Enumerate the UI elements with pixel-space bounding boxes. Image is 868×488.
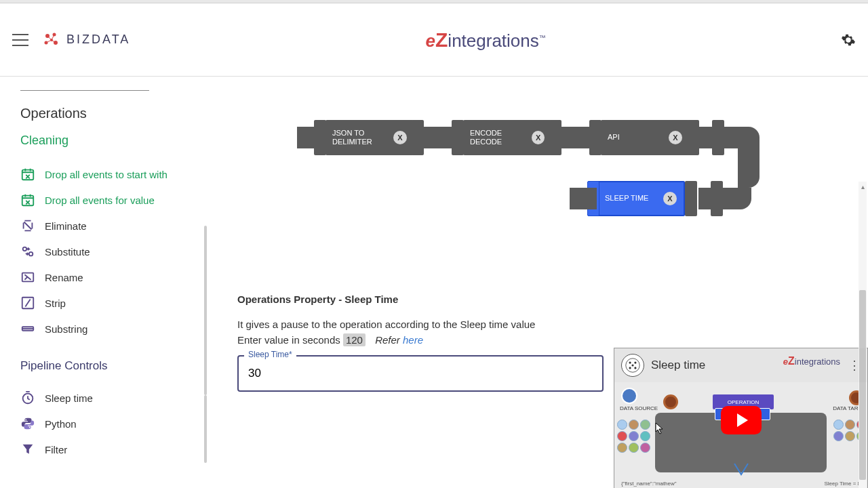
sidebar-item-substitute[interactable]: Substitute [20,239,210,264]
svg-line-5 [47,36,52,40]
svg-point-12 [29,252,33,256]
panel-title: Operations Property - Sleep Time [237,293,841,305]
sidebar-item-substring[interactable]: Substring [20,316,210,342]
panel-description: It gives a pause to the operation accord… [237,319,841,330]
svg-point-19 [634,362,636,364]
strip-icon [20,296,35,310]
svg-point-21 [634,367,636,369]
close-icon[interactable]: X [393,131,407,144]
sidebar-item-drop-start[interactable]: Drop all events to start with [20,161,210,187]
svg-point-11 [23,247,27,251]
search-underline [20,90,149,91]
op-api[interactable]: API X [601,120,689,155]
substring-icon [20,321,35,336]
app-header: BIZDATA eZintegrations™ [0,3,868,77]
rename-icon [20,270,35,285]
sleep-time-input[interactable] [237,355,604,392]
pipeline-canvas: JSON TO DELIMITER X ENCODE DECODE X API … [210,117,868,280]
eliminate-icon [20,218,35,233]
svg-point-22 [631,364,633,366]
refer-link[interactable]: here [403,334,423,346]
panel-subtext: Enter value in seconds 120 Refer here [237,334,841,346]
gear-icon[interactable] [841,33,856,47]
svg-rect-10 [22,196,34,206]
menu-icon[interactable] [12,32,28,48]
kebab-menu-icon[interactable]: ⋮ [848,358,861,373]
scrollbar-thumb[interactable] [859,290,866,480]
substitute-icon [20,244,35,259]
svg-rect-9 [22,170,34,180]
operations-sidebar: Operations Cleaning Drop all events to s… [0,77,210,488]
python-icon [20,416,35,431]
calendar-x-icon [20,192,35,207]
product-logo: eZintegrations™ [130,28,841,52]
sidebar-item-filter[interactable]: Filter [20,436,210,462]
sidebar-item-drop-value[interactable]: Drop all events for value [20,187,210,213]
operations-heading: Operations [20,106,210,121]
pipeline-controls-heading: Pipeline Controls [20,359,210,373]
vertical-scrollbar[interactable]: ▴ [859,182,867,488]
calendar-x-icon [20,167,35,182]
op-encode-decode[interactable]: ENCODE DECODE X [463,120,551,155]
filter-icon [20,442,35,457]
sleep-time-label: Sleep Time* [244,350,296,359]
help-video-embed[interactable]: eZintegrations DATA SOURCE DATA TARGE OP… [614,348,868,488]
sidebar-item-eliminate[interactable]: Eliminate [20,213,210,239]
close-icon[interactable]: X [663,192,677,205]
brand-logo[interactable]: BIZDATA [42,30,130,49]
video-title: Sleep time [651,359,848,372]
sidebar-item-strip[interactable]: Strip [20,290,210,316]
play-button[interactable] [721,406,762,434]
op-sleep-time[interactable]: SLEEP TIME X [597,181,685,216]
play-icon [737,413,748,427]
svg-point-20 [629,367,631,369]
sidebar-item-rename[interactable]: Rename [20,264,210,290]
channel-avatar-icon [621,354,644,377]
cleaning-heading: Cleaning [20,134,210,148]
brand-name: BIZDATA [66,33,130,47]
sidebar-item-python[interactable]: Python [20,411,210,436]
op-json-to-delimiter[interactable]: JSON TO DELIMITER X [326,120,414,155]
close-icon[interactable]: X [669,131,682,144]
scroll-up-icon[interactable]: ▴ [859,182,867,191]
main-content: JSON TO DELIMITER X ENCODE DECODE X API … [210,77,868,488]
sidebar-item-sleep-time[interactable]: Sleep time [20,385,210,411]
svg-point-18 [629,362,631,364]
close-icon[interactable]: X [532,131,545,144]
clock-icon [20,390,35,405]
